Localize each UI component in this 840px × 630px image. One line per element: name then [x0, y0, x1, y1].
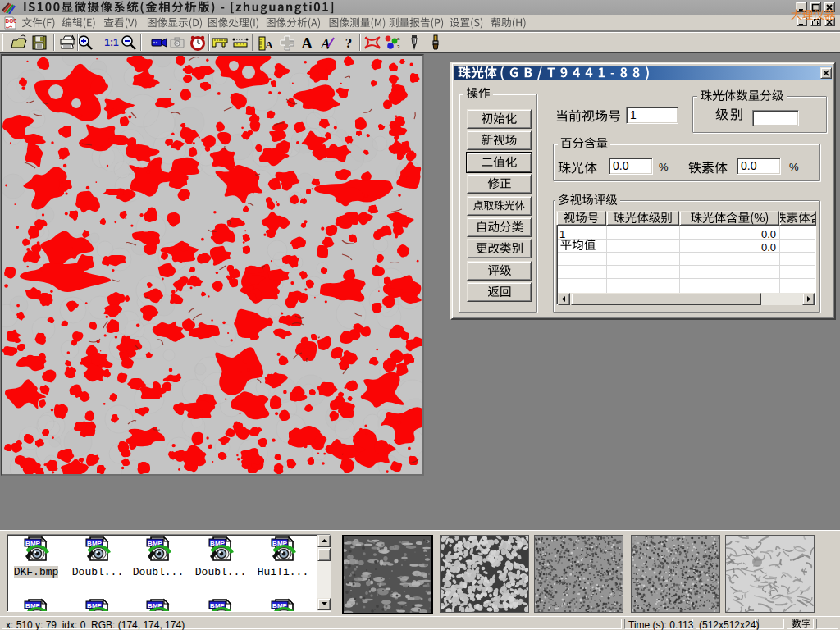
svg-text:1:1: 1:1 — [104, 37, 119, 48]
svg-text:?: ? — [345, 35, 353, 51]
svg-text:A: A — [301, 34, 313, 52]
svg-text:a: a — [397, 36, 400, 41]
svg-text:DOC: DOC — [6, 18, 17, 24]
svg-text:3: 3 — [397, 44, 400, 49]
svg-text:A: A — [320, 36, 330, 52]
svg-text:A: A — [265, 39, 273, 51]
